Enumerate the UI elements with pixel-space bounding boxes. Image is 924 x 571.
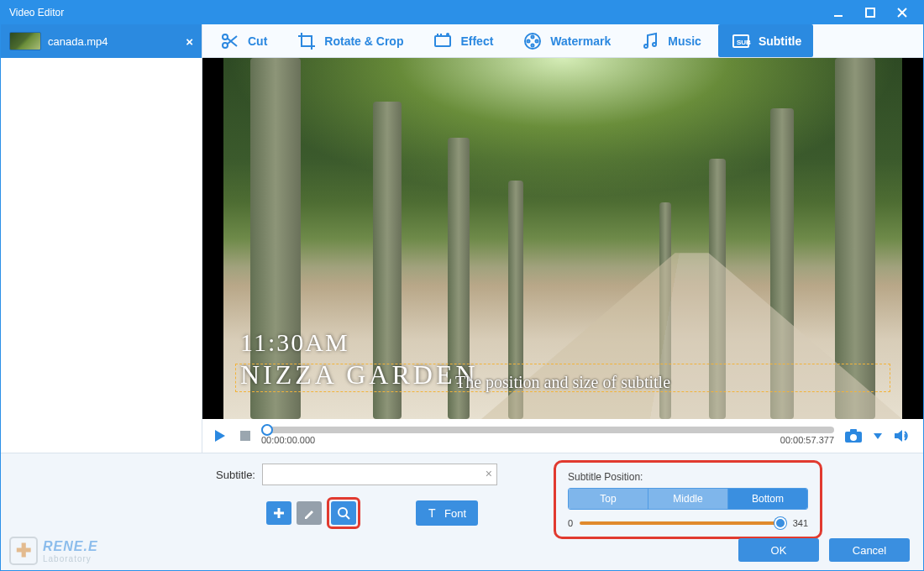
svg-point-13 (532, 35, 534, 38)
volume-button[interactable] (890, 425, 915, 447)
position-top[interactable]: Top (569, 489, 648, 509)
position-slider[interactable] (580, 521, 786, 525)
search-subtitle-button[interactable] (331, 501, 356, 525)
svg-point-14 (532, 44, 534, 46)
time-total: 00:00:57.377 (780, 435, 834, 445)
subtitle-label: Subtitle: (216, 469, 255, 481)
position-segmented: Top Middle Bottom (568, 488, 808, 510)
video-preview: 11:30AM NIZZA GARDEN The position and si… (202, 58, 923, 419)
tab-effect-label: Effect (460, 34, 493, 48)
position-bottom[interactable]: Bottom (727, 489, 807, 509)
window-root: Video Editor canada.mp4 × (0, 0, 924, 571)
clear-input-icon[interactable]: × (486, 467, 492, 480)
tab-subtitle-label: Subtitle (759, 34, 801, 48)
crop-icon (296, 30, 318, 52)
svg-rect-1 (866, 8, 874, 17)
file-name: canada.mp4 (48, 35, 179, 48)
font-button[interactable]: T Font (416, 500, 478, 526)
file-thumbnail (9, 32, 41, 50)
subtitle-input[interactable] (262, 464, 497, 485)
tab-cut[interactable]: Cut (207, 24, 279, 57)
font-button-label: Font (444, 507, 466, 520)
svg-rect-22 (240, 431, 250, 441)
ok-button[interactable]: OK (738, 538, 819, 562)
sparkle-icon (432, 30, 454, 52)
svg-point-18 (653, 43, 656, 46)
music-note-icon (639, 30, 661, 52)
text-icon: T (428, 507, 439, 519)
tool-tabs: Cut Rotate & Crop Effect (202, 24, 923, 58)
file-close-icon[interactable]: × (186, 34, 193, 49)
play-button[interactable] (211, 427, 229, 445)
brand-sub: Laboratory (43, 554, 98, 563)
subtitle-panel: Subtitle: × T Font (1, 453, 923, 570)
titlebar: Video Editor (1, 1, 923, 24)
tab-music[interactable]: Music (627, 24, 713, 57)
tab-cut-label: Cut (248, 34, 267, 48)
minimize-button[interactable] (822, 3, 854, 23)
svg-marker-21 (215, 430, 225, 442)
timeline-slider[interactable] (261, 427, 834, 433)
position-value: 341 (793, 518, 808, 528)
subtitle-sample-text: The position and size of subtitle (223, 373, 902, 392)
svg-marker-27 (895, 430, 902, 442)
svg-point-30 (339, 508, 347, 516)
svg-text:T: T (428, 507, 436, 519)
time-current: 00:00:00.000 (261, 435, 315, 445)
tab-subtitle[interactable]: SUB Subtitle (718, 24, 813, 57)
tab-watermark[interactable]: Watermark (510, 24, 622, 57)
edit-subtitle-button (297, 501, 322, 525)
svg-point-25 (850, 434, 857, 441)
svg-point-16 (536, 39, 538, 42)
snapshot-button[interactable] (841, 425, 866, 447)
position-min: 0 (568, 518, 573, 528)
close-button[interactable] (886, 3, 918, 23)
tab-effect[interactable]: Effect (420, 24, 505, 57)
maximize-button[interactable] (854, 3, 886, 23)
tab-rotate-crop[interactable]: Rotate & Crop (284, 24, 415, 57)
svg-point-17 (644, 45, 648, 48)
scissors-icon (219, 30, 241, 52)
tab-music-label: Music (668, 34, 701, 48)
file-tab[interactable]: canada.mp4 × (1, 24, 202, 58)
search-highlight-annotation (327, 497, 360, 529)
svg-point-11 (447, 34, 449, 35)
cancel-button[interactable]: Cancel (829, 538, 910, 562)
subtitle-icon: SUB (730, 30, 752, 52)
svg-rect-8 (435, 36, 450, 46)
window-title: Video Editor (6, 7, 822, 18)
brand-logo-icon: ✚ (9, 537, 38, 565)
svg-point-15 (528, 39, 530, 42)
snapshot-menu-icon[interactable] (873, 425, 883, 447)
file-sidebar: canada.mp4 × (1, 24, 202, 453)
add-subtitle-button[interactable] (266, 501, 291, 525)
overlay-clock-text: 11:30AM (240, 328, 349, 357)
position-slider-thumb[interactable] (774, 517, 786, 529)
stop-button[interactable] (236, 427, 255, 445)
brand-watermark: ✚ RENE.E Laboratory (9, 537, 98, 565)
svg-marker-26 (874, 433, 882, 439)
subtitle-position-group: Subtitle Position: Top Middle Bottom 0 3… (554, 460, 822, 539)
position-title: Subtitle Position: (568, 471, 808, 483)
svg-line-31 (346, 516, 349, 519)
svg-text:SUB: SUB (737, 39, 751, 46)
svg-rect-24 (850, 429, 857, 432)
brand-name: RENE.E (43, 539, 98, 553)
reel-icon (522, 30, 543, 52)
tab-watermark-label: Watermark (550, 34, 611, 48)
timeline-knob[interactable] (261, 424, 273, 436)
tab-rotate-label: Rotate & Crop (324, 34, 403, 48)
playback-bar: 00:00:00.000 00:00:57.377 (202, 419, 923, 453)
position-middle[interactable]: Middle (648, 489, 727, 509)
